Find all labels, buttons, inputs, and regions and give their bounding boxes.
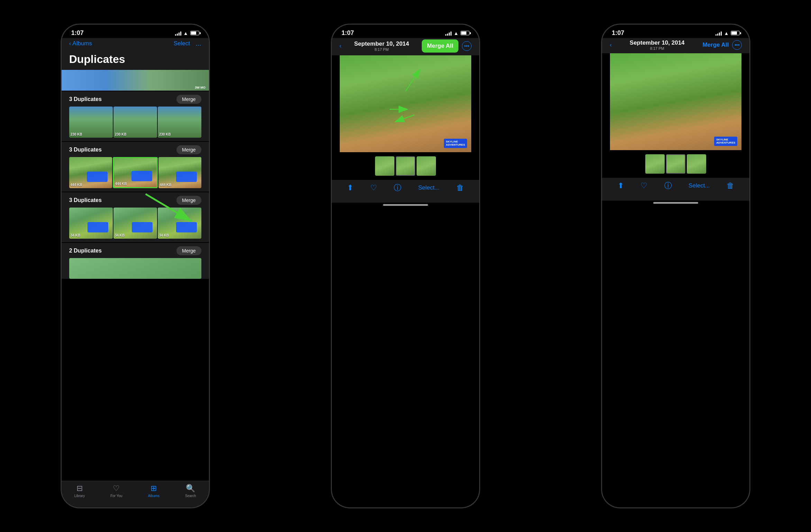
more-button-3[interactable]: ••• [732,40,742,50]
dup-thumbs-2: 444 KB ▶ 444 KB 444 KB [62,157,209,192]
more-button-2[interactable]: ••• [462,41,472,51]
status-icons-2: ▲ [445,30,470,36]
dup-group-4: 2 Duplicates Merge [62,243,209,279]
thumb-1-3[interactable]: 230 KB [158,107,201,138]
dup-thumbs-3: 34 KB 34 KB 34 KB [62,208,209,242]
status-icons-1: ▲ [175,30,199,36]
nav-actions-1: Select ... [174,39,201,47]
battery-icon-3 [731,31,740,35]
tab-for-you[interactable]: ♡ For You [110,484,122,498]
thumb-size-3-3: 34 KB [159,233,169,237]
trash-button-3[interactable]: 🗑 [727,181,734,190]
merge-all-button-2[interactable]: Merge All [422,39,458,53]
search-tab-icon: 🔍 [186,484,195,493]
filmstrip-thumb-2-1[interactable] [375,156,394,176]
phone-1: 1:07 ▲ ‹ Alb [61,24,210,508]
photo-time-2: 8:17 PM [354,47,409,52]
notch [113,25,158,36]
merge-btn-4[interactable]: Merge [176,246,201,255]
nav-bar-3: ‹ September 10, 2014 8:17 PM Merge All •… [602,38,749,53]
nav-bar-1: ‹ Albums Select ... [62,38,209,50]
thumb-size-2-2: 444 KB [115,182,127,186]
dup-group-2: 3 Duplicates Merge 444 KB ▶ 444 KB 444 K… [62,142,209,192]
filmstrip-thumb-2-3[interactable] [417,156,436,176]
trash-button-2[interactable]: 🗑 [456,183,464,192]
top-strip-label: 3W MO [195,86,206,89]
thumb-3-1[interactable]: 34 KB [69,208,113,239]
tab-library-label: Library [74,494,85,498]
merge-btn-2[interactable]: Merge [176,145,201,154]
more-button-1[interactable]: ... [195,39,201,47]
albums-icon: ⊞ [151,484,157,493]
thumb-1-1[interactable]: 230 KB [69,107,113,138]
filmstrip-thumb-3-1[interactable] [645,154,665,174]
skyline-logo-3: SKYLINEADVENTURES [714,137,737,146]
photo-date-2: September 10, 2014 [354,40,409,47]
photo-toolbar-3: ⬆ ♡ ⓘ Select... 🗑 [602,178,749,201]
merge-btn-3[interactable]: Merge [176,196,201,205]
heart-button-2[interactable]: ♡ [370,183,377,192]
thumb-2-1[interactable]: 444 KB [69,157,112,188]
photo-toolbar-2: ⬆ ♡ ⓘ Select... 🗑 [332,180,479,203]
merge-all-button-3[interactable]: Merge All [702,42,729,48]
signal-icon-2 [445,31,452,36]
notch-2 [383,25,428,36]
filmstrip-thumb-3-2[interactable] [666,154,685,174]
main-photo-3[interactable]: SKYLINEADVENTURES [610,53,741,150]
thumb-2-2[interactable]: ▶ 444 KB [113,157,158,188]
thumb-3-3[interactable]: 34 KB [158,208,201,239]
thumb-size-3-1: 34 KB [71,233,80,237]
filmstrip-2 [332,152,479,180]
nav-right-3: Merge All ••• [702,40,742,50]
dup-label-1: 3 Duplicates [69,96,102,102]
thumb-1-2[interactable]: 230 KB [113,107,157,138]
home-indicator-3 [653,202,698,204]
select-button-2[interactable]: Select... [418,184,439,191]
photo-time-3: 8:17 PM [630,46,685,51]
share-button-3[interactable]: ⬆ [618,181,624,190]
top-image-strip: 3W MO [62,70,209,91]
tab-bar-1: ⊟ Library ♡ For You ⊞ Albums 🔍 Search [62,481,209,507]
tab-albums[interactable]: ⊞ Albums [148,484,160,498]
dup-header-2: 3 Duplicates Merge [62,142,209,157]
filmstrip-thumb-3-3[interactable] [687,154,706,174]
photo-main-2: SKYLINEADVENTURES [332,55,479,152]
heart-button-3[interactable]: ♡ [640,181,647,190]
library-icon: ⊟ [76,484,83,493]
nav-right-2: Merge All ••• [422,39,472,53]
share-button-2[interactable]: ⬆ [347,183,353,192]
back-label-1: Albums [72,40,92,47]
thumb-3-2[interactable]: 34 KB [113,208,157,239]
nav-bar-2: ‹ September 10, 2014 8:17 PM Merge All •… [332,38,479,55]
status-icons-3: ▲ [716,30,740,36]
dup-header-4: 2 Duplicates Merge [62,243,209,258]
back-button-3[interactable]: ‹ [610,42,612,48]
dup-group-1: 3 Duplicates Merge 230 KB 230 KB 230 KB [62,91,209,141]
tab-library[interactable]: ⊟ Library [74,484,85,498]
filmstrip-thumb-2-2[interactable] [396,156,415,176]
tab-for-you-label: For You [110,494,122,498]
skyline-logo-2: SKYLINEADVENTURES [444,139,467,148]
back-button-1[interactable]: ‹ Albums [69,40,92,47]
dup-header-1: 3 Duplicates Merge [62,91,209,107]
home-indicator-2 [383,204,428,206]
time-2: 1:07 [341,29,354,37]
dup-label-4: 2 Duplicates [69,248,102,254]
info-button-2[interactable]: ⓘ [394,183,401,193]
thumb-2-3[interactable]: 444 KB [158,157,201,188]
thumb-size-3-2: 34 KB [115,233,125,237]
photo-nav-center-3: September 10, 2014 8:17 PM [630,39,685,51]
tab-search[interactable]: 🔍 Search [185,484,196,498]
main-photo-2[interactable]: SKYLINEADVENTURES [340,55,471,152]
photo-date-3: September 10, 2014 [630,39,685,46]
partial-thumb [69,258,201,279]
photo-nav-center-2: September 10, 2014 8:17 PM [354,40,409,52]
back-button-2[interactable]: ‹ [339,43,341,49]
select-button-1[interactable]: Select [174,40,190,47]
select-button-3[interactable]: Select... [689,182,710,189]
page-title-1: Duplicates [62,50,209,70]
merge-btn-1[interactable]: Merge [176,95,201,104]
info-button-3[interactable]: ⓘ [664,181,672,191]
tab-search-label: Search [185,494,196,498]
thumb-size-1-2: 230 KB [115,132,127,136]
